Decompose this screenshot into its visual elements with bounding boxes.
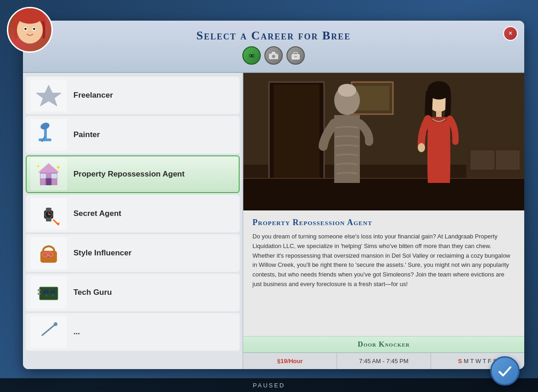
career-item-property-repossession[interactable]: ✦ ✦ Property Repossession Agent xyxy=(26,155,240,193)
career-item-tech-guru[interactable]: Tech Guru xyxy=(26,274,240,311)
close-button[interactable]: × xyxy=(503,26,518,41)
svg-rect-23 xyxy=(41,174,45,178)
svg-rect-57 xyxy=(471,151,494,169)
sunday-label: S xyxy=(458,358,462,364)
svg-point-66 xyxy=(418,143,425,152)
mode-camera-icon[interactable] xyxy=(264,46,283,65)
svg-text:✦: ✦ xyxy=(56,164,61,171)
selected-career-description: Do you dream of turning someone else's l… xyxy=(252,232,515,289)
confirm-button[interactable] xyxy=(490,356,520,386)
stats-bar: §19/Hour 7:45 AM - 7:45 PM S M T W T F S xyxy=(243,353,524,369)
svg-point-49 xyxy=(54,322,57,326)
entry-level-banner: Door Knocker xyxy=(243,336,524,353)
career-info: Property Repossession Agent Do you dream… xyxy=(243,210,524,336)
svg-rect-13 xyxy=(294,52,297,55)
career-icon-secret-agent xyxy=(30,198,67,230)
career-name-more: ... xyxy=(73,327,80,337)
svg-rect-14 xyxy=(294,56,297,57)
career-image xyxy=(243,73,524,210)
career-list[interactable]: Freelancer Painter xyxy=(23,73,243,369)
svg-rect-43 xyxy=(38,293,40,295)
avatar xyxy=(7,7,53,53)
stat-pay: §19/Hour xyxy=(243,353,337,369)
career-icon-freelancer xyxy=(30,79,67,111)
svg-line-48 xyxy=(42,324,56,336)
day-m: M T W T F xyxy=(464,358,493,364)
stat-hours: 7:45 AM - 7:45 PM xyxy=(337,353,431,369)
svg-rect-42 xyxy=(38,289,40,291)
svg-point-4 xyxy=(24,28,27,30)
mode-icons-row: ∞ xyxy=(46,43,501,67)
career-icon-property: ✦ ✦ xyxy=(30,158,67,190)
svg-rect-58 xyxy=(496,151,519,169)
career-name-style-influencer: Style Influencer xyxy=(73,248,132,258)
svg-rect-10 xyxy=(272,52,275,54)
simoleon-symbol: § xyxy=(277,358,280,364)
career-detail-panel: Property Repossession Agent Do you dream… xyxy=(243,73,524,369)
mode-briefcase-icon[interactable] xyxy=(286,46,305,65)
selected-career-title: Property Repossession Agent xyxy=(252,218,515,227)
svg-point-6 xyxy=(17,8,43,24)
svg-rect-59 xyxy=(243,178,524,210)
career-name-freelancer: Freelancer xyxy=(73,90,113,100)
svg-rect-33 xyxy=(46,208,51,211)
career-item-more[interactable]: ... xyxy=(26,313,240,351)
svg-text:✦: ✦ xyxy=(36,164,40,169)
svg-rect-55 xyxy=(355,86,389,110)
svg-marker-15 xyxy=(36,85,61,106)
career-name-tech-guru: Tech Guru xyxy=(73,287,112,298)
mode-infinity-icon[interactable]: ∞ xyxy=(242,46,261,65)
svg-rect-65 xyxy=(436,111,442,118)
dialog-title: Select a Career for Bree xyxy=(46,29,501,43)
svg-rect-34 xyxy=(46,218,51,221)
pay-amount: §19/Hour xyxy=(277,358,303,364)
svg-rect-24 xyxy=(52,174,56,178)
svg-rect-11 xyxy=(276,54,278,55)
career-item-painter[interactable]: Painter xyxy=(26,116,240,154)
career-icon-more xyxy=(30,316,67,348)
career-name-painter: Painter xyxy=(73,130,100,140)
pay-value: 19/Hour xyxy=(280,358,303,364)
career-item-style-influencer[interactable]: Style Influencer xyxy=(26,234,240,272)
career-icon-style-influencer xyxy=(30,237,67,269)
svg-rect-44 xyxy=(43,290,49,294)
career-icon-painter xyxy=(30,119,67,151)
dialog-content: Freelancer Painter xyxy=(23,73,524,369)
svg-rect-45 xyxy=(50,290,55,294)
svg-rect-22 xyxy=(46,179,51,185)
career-item-freelancer[interactable]: Freelancer xyxy=(26,77,240,114)
career-name-secret-agent: Secret Agent xyxy=(73,209,121,219)
svg-point-5 xyxy=(33,28,35,30)
career-name-property: Property Repossession Agent xyxy=(73,169,185,179)
dialog-header: Select a Career for Bree × ∞ xyxy=(23,21,524,73)
paused-bar: PAUSED xyxy=(0,378,538,392)
paused-text: PAUSED xyxy=(253,382,286,389)
svg-rect-53 xyxy=(274,84,319,181)
career-item-secret-agent[interactable]: Secret Agent xyxy=(26,195,240,232)
career-dialog: Select a Career for Bree × ∞ xyxy=(23,21,524,369)
svg-point-9 xyxy=(273,55,275,58)
career-icon-tech-guru xyxy=(30,276,67,309)
